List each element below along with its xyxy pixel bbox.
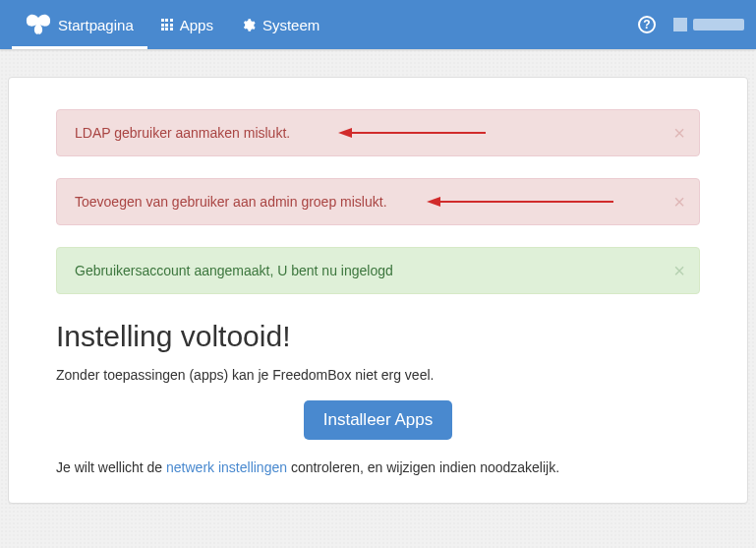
annotation-arrow-icon [338, 126, 486, 140]
user-name-placeholder [693, 19, 744, 30]
alert-text: Toevoegen van gebruiker aan admin groep … [75, 194, 387, 210]
svg-marker-1 [338, 128, 352, 138]
user-avatar-icon [673, 18, 687, 31]
close-icon[interactable]: × [673, 192, 685, 212]
annotation-arrow-icon [427, 195, 613, 209]
nav-system-label: Systeem [262, 17, 320, 33]
alert-admin-group-fail: Toevoegen van gebruiker aan admin groep … [56, 178, 700, 225]
top-navbar: Startpagina Apps Systeem ? [0, 0, 756, 49]
network-settings-link[interactable]: netwerk instellingen [166, 459, 287, 475]
install-row: Installeer Apps [56, 400, 700, 440]
main-panel: LDAP gebruiker aanmaken mislukt. × Toevo… [8, 77, 748, 504]
alert-text: LDAP gebruiker aanmaken mislukt. [75, 125, 290, 141]
nav-home-label: Startpagina [58, 17, 134, 33]
close-icon[interactable]: × [673, 123, 685, 143]
nav-system[interactable]: Systeem [227, 0, 333, 49]
hint-text: Je wilt wellicht de netwerk instellingen… [56, 459, 700, 475]
nav-home[interactable]: Startpagina [12, 0, 147, 49]
nav-apps-label: Apps [180, 17, 213, 33]
alert-text: Gebruikersaccount aangemaakt, U bent nu … [75, 263, 393, 278]
install-apps-button[interactable]: Installeer Apps [304, 400, 453, 440]
svg-marker-3 [427, 197, 440, 207]
hint-suffix: controleren, en wijzigen indien noodzake… [287, 459, 559, 475]
nav-apps[interactable]: Apps [147, 0, 227, 49]
nav-right: ? [638, 0, 744, 49]
page-subtext: Zonder toepassingen (apps) kan je Freedo… [56, 367, 700, 383]
alert-ldap-fail: LDAP gebruiker aanmaken mislukt. × [56, 109, 700, 156]
gear-icon [241, 18, 256, 32]
help-icon[interactable]: ? [638, 16, 656, 33]
page-body: LDAP gebruiker aanmaken mislukt. × Toevo… [0, 49, 756, 548]
apps-grid-icon [161, 19, 173, 30]
page-title: Instelling voltooid! [56, 320, 700, 353]
alert-account-created: Gebruikersaccount aangemaakt, U bent nu … [56, 247, 700, 294]
hint-prefix: Je wilt wellicht de [56, 459, 166, 475]
butterfly-icon [26, 14, 51, 35]
close-icon[interactable]: × [673, 261, 685, 280]
nav-left: Startpagina Apps Systeem [12, 0, 333, 49]
user-menu[interactable] [673, 18, 744, 31]
